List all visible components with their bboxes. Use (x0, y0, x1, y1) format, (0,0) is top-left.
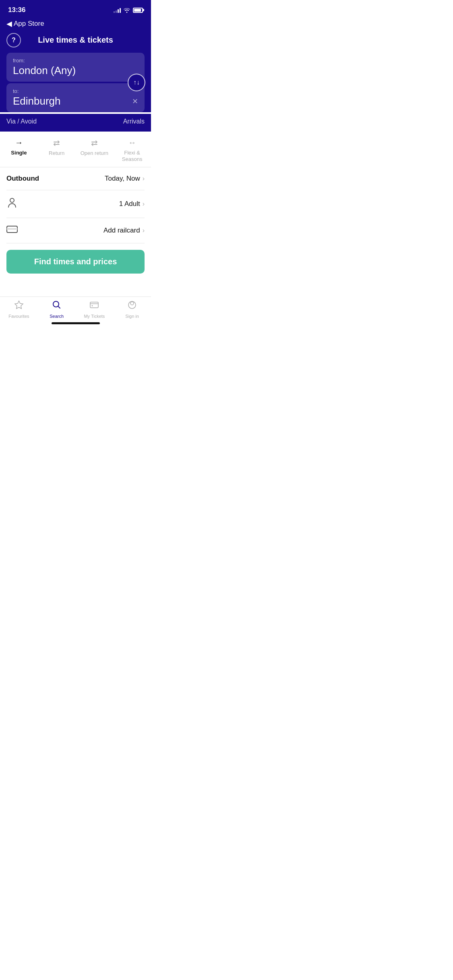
back-button[interactable]: ◀ App Store (6, 19, 44, 28)
signal-icon (114, 7, 121, 13)
favourites-icon (14, 300, 24, 312)
clear-to-button[interactable]: ✕ (132, 97, 138, 106)
ticket-type-single[interactable]: → Single (0, 136, 38, 164)
form-section: Outbound Today, Now › 1 Adult › (0, 167, 151, 243)
my-tickets-label: My Tickets (84, 314, 105, 319)
sign-in-icon (127, 300, 137, 312)
help-button[interactable]: ? (6, 33, 21, 47)
battery-icon (133, 8, 143, 13)
svg-point-5 (92, 305, 93, 307)
from-label: from: (13, 58, 138, 64)
status-time: 13:36 (8, 6, 25, 14)
railcard-value-container: Add railcard › (103, 226, 145, 235)
railcard-icon (6, 225, 18, 236)
ticket-type-open-return[interactable]: ⇄ Open return (76, 136, 114, 164)
passengers-value: 1 Adult (119, 200, 140, 208)
status-bar: 13:36 (0, 0, 151, 18)
route-container: from: London (Any) to: Edinburgh ✕ ↑↓ (6, 53, 145, 112)
outbound-chevron-icon: › (143, 175, 145, 182)
wifi-icon (123, 7, 130, 13)
open-return-icon: ⇄ (91, 138, 98, 148)
ticket-type-flexi[interactable]: ↔ Flexi & Seasons (113, 136, 151, 164)
find-times-prices-button[interactable]: Find times and prices (6, 250, 145, 274)
railcard-value: Add railcard (103, 226, 140, 235)
back-label: App Store (14, 20, 44, 28)
help-icon: ? (12, 37, 16, 44)
swap-icon: ↑↓ (133, 79, 140, 86)
via-avoid-button[interactable]: Via / Avoid (6, 118, 37, 125)
passengers-value-container: 1 Adult › (119, 200, 145, 208)
single-label: Single (11, 150, 27, 156)
return-label: Return (49, 150, 64, 156)
single-icon: → (15, 138, 23, 147)
svg-point-3 (53, 301, 59, 307)
nav-item-my-tickets[interactable]: My Tickets (76, 300, 114, 319)
svg-point-6 (130, 302, 134, 305)
railcard-left (6, 225, 18, 236)
railcard-row[interactable]: Add railcard › (6, 218, 145, 243)
outbound-value: Today, Now › (105, 175, 145, 183)
my-tickets-icon (89, 300, 99, 312)
search-label: Search (50, 314, 64, 319)
nav-bar: ◀ App Store (0, 18, 151, 32)
bottom-nav: Favourites Search My Tickets (0, 296, 151, 327)
outbound-row[interactable]: Outbound Today, Now › (6, 167, 145, 190)
home-indicator (52, 322, 100, 324)
passengers-chevron-icon: › (143, 200, 145, 208)
search-section: from: London (Any) to: Edinburgh ✕ ↑↓ (0, 51, 151, 112)
passengers-left (6, 198, 18, 210)
flexi-label: Flexi & Seasons (115, 150, 149, 162)
return-icon: ⇄ (53, 138, 60, 148)
from-field[interactable]: from: London (Any) (6, 53, 145, 82)
from-value: London (Any) (13, 64, 138, 77)
nav-item-sign-in[interactable]: Sign in (113, 300, 151, 319)
outbound-label: Outbound (6, 175, 39, 183)
sign-in-label: Sign in (125, 314, 139, 319)
to-label: to: (13, 88, 138, 94)
find-button-container: Find times and prices (0, 243, 151, 280)
arrivals-button[interactable]: Arrivals (123, 118, 145, 125)
swap-button[interactable]: ↑↓ (128, 74, 145, 91)
flexi-icon: ↔ (128, 138, 136, 147)
outbound-datetime: Today, Now (105, 175, 140, 183)
passenger-icon (6, 198, 18, 210)
to-value: Edinburgh (13, 95, 61, 107)
page-title: Live times & tickets (38, 35, 113, 45)
favourites-label: Favourites (8, 314, 29, 319)
ticket-type-selector: → Single ⇄ Return ⇄ Open return ↔ Flexi … (0, 132, 151, 167)
svg-point-0 (10, 198, 14, 202)
to-field[interactable]: to: Edinburgh ✕ (6, 83, 145, 112)
status-icons (114, 7, 143, 13)
back-arrow-icon: ◀ (6, 19, 12, 28)
open-return-label: Open return (81, 150, 108, 156)
railcard-chevron-icon: › (143, 227, 145, 234)
via-arrivals-row: Via / Avoid Arrivals (0, 114, 151, 132)
ticket-type-return[interactable]: ⇄ Return (38, 136, 76, 164)
page-header: ? Live times & tickets (0, 32, 151, 51)
svg-rect-4 (90, 302, 98, 308)
nav-item-search[interactable]: Search (38, 300, 76, 319)
passengers-row[interactable]: 1 Adult › (6, 190, 145, 218)
svg-rect-2 (7, 228, 17, 230)
nav-item-favourites[interactable]: Favourites (0, 300, 38, 319)
search-icon (52, 300, 62, 312)
